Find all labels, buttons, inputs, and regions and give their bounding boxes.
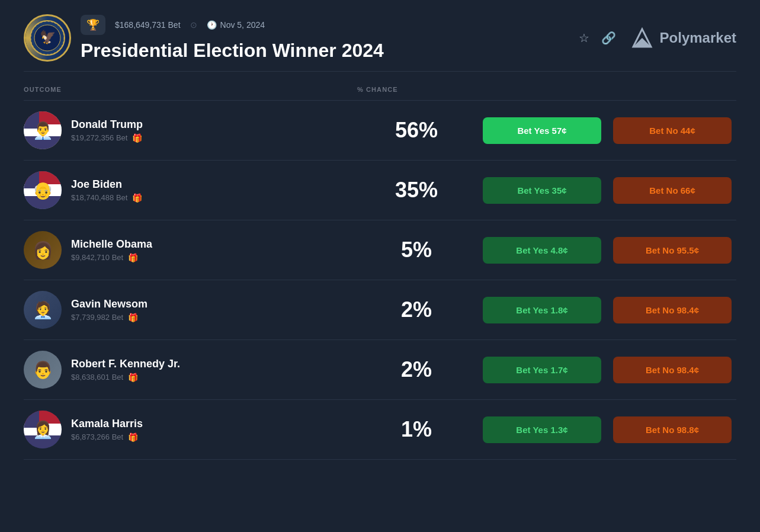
person-bet: $18,740,488 Bet 🎁: [71, 193, 142, 203]
person-bet: $8,638,601 Bet 🎁: [71, 373, 180, 382]
gift-icon: 🎁: [128, 373, 138, 382]
avatar: 👩: [24, 231, 62, 269]
outcome-info: 👩‍💼 Kamala Harris $6,873,266 Bet 🎁: [24, 411, 357, 448]
bet-no-col-header: [606, 86, 736, 93]
bet-no-button[interactable]: Bet No 66¢: [613, 177, 732, 204]
chance-percent: 2%: [401, 357, 432, 382]
total-bet-stat: $168,649,731 Bet: [115, 20, 181, 30]
outcome-info: 👨‍💼 Donald Trump $19,272,356 Bet 🎁: [24, 111, 357, 149]
person-name: Gavin Newsom: [71, 298, 147, 310]
table-row: 🧑‍💼 Gavin Newsom $7,739,982 Bet 🎁 2% Bet…: [24, 280, 736, 340]
bet-yes-button[interactable]: Bet Yes 35¢: [483, 177, 601, 204]
bet-no-button[interactable]: Bet No 95.5¢: [613, 237, 732, 264]
chance-cell: 56%: [357, 118, 476, 143]
table-row: 👨 Robert F. Kennedy Jr. $8,638,601 Bet 🎁…: [24, 340, 736, 400]
avatar: 👩‍💼: [24, 411, 62, 448]
table-row: 👨‍💼 Donald Trump $19,272,356 Bet 🎁 56% B…: [24, 101, 736, 161]
avatar: 👴: [24, 171, 62, 209]
chance-percent: 2%: [401, 297, 432, 322]
avatar: 👨‍💼: [24, 111, 62, 149]
chance-percent: 35%: [395, 178, 438, 203]
bet-yes-col: Bet Yes 35¢: [476, 177, 606, 204]
person-name: Kamala Harris: [71, 418, 143, 430]
bet-yes-col: Bet Yes 1.8¢: [476, 297, 606, 323]
bet-yes-col: Bet Yes 1.7¢: [476, 357, 606, 383]
seal-logo: 🦅: [24, 14, 71, 62]
outcome-col-header: OUTCOME: [24, 86, 357, 93]
bet-no-button[interactable]: Bet No 98.8¢: [613, 416, 732, 443]
bet-yes-button[interactable]: Bet Yes 1.8¢: [483, 297, 601, 323]
polymarket-logo-icon: [630, 26, 654, 50]
chance-cell: 35%: [357, 178, 476, 203]
person-bet: $9,842,710 Bet 🎁: [71, 253, 152, 262]
svg-text:🦅: 🦅: [40, 29, 56, 45]
bet-yes-button[interactable]: Bet Yes 57¢: [483, 117, 601, 144]
star-button[interactable]: ☆: [576, 28, 592, 47]
chance-cell: 5%: [357, 238, 476, 262]
clock-icon: 🕐: [207, 20, 217, 30]
person-details: Gavin Newsom $7,739,982 Bet 🎁: [71, 298, 147, 322]
candidates-list: 👨‍💼 Donald Trump $19,272,356 Bet 🎁 56% B…: [24, 101, 736, 460]
outcome-info: 🧑‍💼 Gavin Newsom $7,739,982 Bet 🎁: [24, 291, 357, 329]
bet-no-button[interactable]: Bet No 98.4¢: [613, 297, 732, 323]
date-stat: 🕐 Nov 5, 2024: [207, 20, 265, 30]
chance-percent: 56%: [395, 118, 438, 143]
bet-yes-col-header: [476, 86, 606, 93]
page-container: 🦅 🏆 $168,649,731 Bet ⊙ 🕐 Nov 5, 2024: [0, 0, 760, 474]
person-name: Robert F. Kennedy Jr.: [71, 358, 180, 370]
chance-col-header: % CHANCE: [357, 86, 476, 93]
person-details: Michelle Obama $9,842,710 Bet 🎁: [71, 238, 152, 262]
table-row: 👩 Michelle Obama $9,842,710 Bet 🎁 5% Bet…: [24, 220, 736, 280]
bet-no-col: Bet No 98.4¢: [606, 357, 736, 383]
person-details: Joe Biden $18,740,488 Bet 🎁: [71, 178, 142, 203]
gift-icon: 🎁: [132, 193, 142, 203]
polymarket-brand: Polymarket: [630, 26, 736, 50]
outcome-info: 👴 Joe Biden $18,740,488 Bet 🎁: [24, 171, 357, 209]
bet-yes-col: Bet Yes 4.8¢: [476, 237, 606, 264]
bet-no-button[interactable]: Bet No 98.4¢: [613, 357, 732, 383]
bet-yes-button[interactable]: Bet Yes 1.3¢: [483, 416, 601, 443]
person-bet: $7,739,982 Bet 🎁: [71, 313, 147, 322]
gift-icon: 🎁: [132, 133, 142, 143]
bet-no-col: Bet No 44¢: [606, 117, 736, 144]
gift-icon: 🎁: [128, 313, 138, 322]
seal-inner: 🦅: [25, 16, 69, 60]
page-title: Presidential Election Winner 2024: [81, 40, 384, 62]
person-details: Kamala Harris $6,873,266 Bet 🎁: [71, 418, 143, 442]
trophy-icon: 🏆: [86, 18, 100, 31]
header-stats: 🏆 $168,649,731 Bet ⊙ 🕐 Nov 5, 2024: [81, 15, 384, 35]
table-row: 👴 Joe Biden $18,740,488 Bet 🎁 35% Bet Ye…: [24, 161, 736, 220]
chance-percent: 1%: [401, 417, 432, 442]
person-name: Joe Biden: [71, 178, 142, 191]
person-bet: $6,873,266 Bet 🎁: [71, 432, 143, 442]
table-row: 👩‍💼 Kamala Harris $6,873,266 Bet 🎁 1% Be…: [24, 400, 736, 460]
header-meta: 🏆 $168,649,731 Bet ⊙ 🕐 Nov 5, 2024 Presi…: [81, 15, 384, 62]
bet-yes-button[interactable]: Bet Yes 4.8¢: [483, 237, 601, 264]
person-bet: $19,272,356 Bet 🎁: [71, 133, 143, 143]
chance-cell: 1%: [357, 417, 476, 442]
header-left: 🦅 🏆 $168,649,731 Bet ⊙ 🕐 Nov 5, 2024: [24, 14, 384, 62]
link-button[interactable]: 🔗: [599, 28, 618, 47]
header-actions: ☆ 🔗: [576, 28, 618, 47]
bet-no-col: Bet No 95.5¢: [606, 237, 736, 264]
chance-percent: 5%: [401, 238, 432, 262]
avatar: 🧑‍💼: [24, 291, 62, 329]
trophy-badge: 🏆: [81, 15, 105, 35]
header: 🦅 🏆 $168,649,731 Bet ⊙ 🕐 Nov 5, 2024: [24, 14, 736, 62]
gift-icon: 🎁: [128, 432, 138, 442]
person-name: Michelle Obama: [71, 238, 152, 251]
bet-yes-col: Bet Yes 1.3¢: [476, 416, 606, 443]
person-name: Donald Trump: [71, 118, 143, 131]
bet-no-col: Bet No 66¢: [606, 177, 736, 204]
table-header: OUTCOME % CHANCE: [24, 81, 736, 101]
bet-no-col: Bet No 98.4¢: [606, 297, 736, 323]
polymarket-name: Polymarket: [660, 30, 736, 46]
stat-divider: ⊙: [190, 20, 197, 30]
bet-no-button[interactable]: Bet No 44¢: [613, 117, 732, 144]
header-divider: [24, 71, 736, 72]
person-details: Robert F. Kennedy Jr. $8,638,601 Bet 🎁: [71, 358, 180, 382]
outcome-info: 👨 Robert F. Kennedy Jr. $8,638,601 Bet 🎁: [24, 351, 357, 389]
header-right: ☆ 🔗 Polymarket: [576, 26, 736, 50]
gift-icon: 🎁: [128, 253, 138, 262]
bet-yes-button[interactable]: Bet Yes 1.7¢: [483, 357, 601, 383]
